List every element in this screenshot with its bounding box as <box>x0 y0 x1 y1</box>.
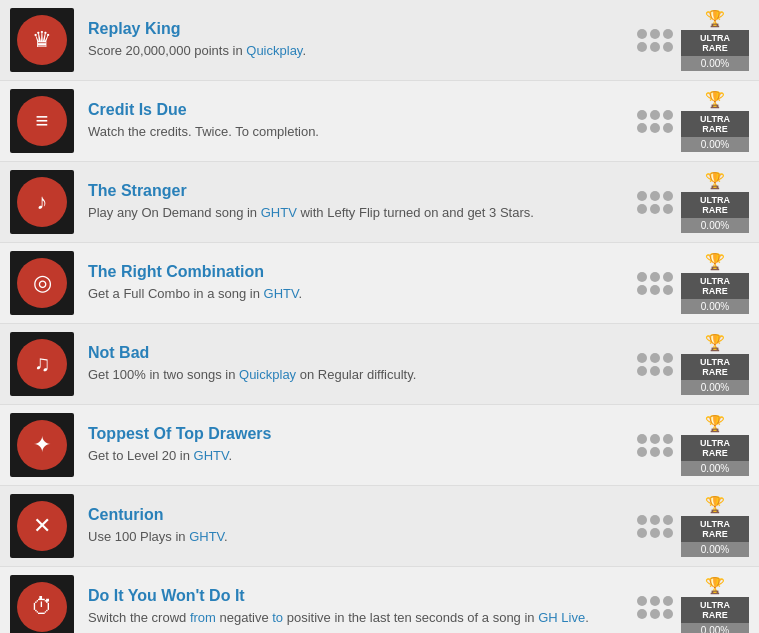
desc-text: Get 100% in two songs in <box>88 367 239 382</box>
dot <box>637 515 647 525</box>
dot <box>663 609 673 619</box>
dot <box>637 191 647 201</box>
achievement-info: Credit Is Due Watch the credits. Twice. … <box>88 101 627 141</box>
achievement-title: Credit Is Due <box>88 101 627 119</box>
desc-highlight: to <box>272 610 283 625</box>
dot <box>637 110 647 120</box>
achievement-desc: Get a Full Combo in a song in GHTV. <box>88 285 627 303</box>
dot <box>650 29 660 39</box>
trophy-icon: 🏆 <box>705 252 725 271</box>
dot <box>663 110 673 120</box>
achievement-list: ♛ Replay King Score 20,000,000 points in… <box>0 0 759 633</box>
dot <box>650 110 660 120</box>
achievement-title: The Right Combination <box>88 263 627 281</box>
desc-text: with Lefty Flip turned on and get 3 Star… <box>297 205 534 220</box>
dot <box>650 515 660 525</box>
dot <box>637 528 647 538</box>
desc-text: . <box>585 610 589 625</box>
dot <box>637 285 647 295</box>
dot <box>663 515 673 525</box>
achievement-item: ✦ Toppest Of Top Drawers Get to Level 20… <box>0 405 759 486</box>
desc-text: Get a Full Combo in a song in <box>88 286 264 301</box>
icon-symbol: ✕ <box>33 515 51 537</box>
desc-highlight: Quickplay <box>246 43 302 58</box>
dot <box>637 447 647 457</box>
dots-grid <box>637 191 673 214</box>
desc-text: Use 100 Plays in <box>88 529 189 544</box>
desc-text: positive in the last ten seconds of a so… <box>283 610 538 625</box>
desc-highlight: GH Live <box>538 610 585 625</box>
rarity-percent: 0.00% <box>681 542 749 557</box>
dots-grid <box>637 29 673 52</box>
dot <box>650 366 660 376</box>
rarity-badge: ULTRA RARE <box>681 516 749 542</box>
dot <box>650 204 660 214</box>
desc-highlight: GHTV <box>189 529 224 544</box>
rarity-badge: ULTRA RARE <box>681 597 749 623</box>
desc-text: . <box>224 529 228 544</box>
dot <box>637 123 647 133</box>
icon-symbol: ✦ <box>33 434 51 456</box>
dot <box>650 528 660 538</box>
dot <box>663 285 673 295</box>
dot <box>650 191 660 201</box>
icon-symbol: ♪ <box>37 191 48 213</box>
achievement-icon: ♪ <box>10 170 74 234</box>
achievement-item: ⏱ Do It You Won't Do It Switch the crowd… <box>0 567 759 633</box>
dot <box>637 366 647 376</box>
trophy-icon: 🏆 <box>705 495 725 514</box>
achievement-desc: Watch the credits. Twice. To completion. <box>88 123 627 141</box>
desc-text: Watch the credits. Twice. To completion. <box>88 124 319 139</box>
dot <box>650 447 660 457</box>
achievement-desc: Get to Level 20 in GHTV. <box>88 447 627 465</box>
dot <box>650 285 660 295</box>
achievement-title: Toppest Of Top Drawers <box>88 425 627 443</box>
rarity-block: 🏆 ULTRA RARE 0.00% <box>681 495 749 557</box>
dot <box>637 596 647 606</box>
trophy-icon: 🏆 <box>705 576 725 595</box>
dots-grid <box>637 353 673 376</box>
achievement-title: Centurion <box>88 506 627 524</box>
dot <box>637 42 647 52</box>
rarity-badge: ULTRA RARE <box>681 273 749 299</box>
dot <box>637 353 647 363</box>
desc-text: Switch the crowd <box>88 610 190 625</box>
achievement-right: 🏆 ULTRA RARE 0.00% <box>637 171 749 233</box>
dot <box>650 434 660 444</box>
trophy-icon: 🏆 <box>705 9 725 28</box>
dot <box>650 609 660 619</box>
rarity-badge: ULTRA RARE <box>681 111 749 137</box>
achievement-desc: Get 100% in two songs in Quickplay on Re… <box>88 366 627 384</box>
rarity-badge: ULTRA RARE <box>681 354 749 380</box>
rarity-percent: 0.00% <box>681 299 749 314</box>
rarity-block: 🏆 ULTRA RARE 0.00% <box>681 90 749 152</box>
desc-text: Play any On Demand song in <box>88 205 261 220</box>
rarity-badge: ULTRA RARE <box>681 435 749 461</box>
achievement-right: 🏆 ULTRA RARE 0.00% <box>637 90 749 152</box>
dot <box>650 272 660 282</box>
dot <box>650 353 660 363</box>
achievement-icon: ≡ <box>10 89 74 153</box>
achievement-icon: ✦ <box>10 413 74 477</box>
rarity-percent: 0.00% <box>681 380 749 395</box>
rarity-percent: 0.00% <box>681 56 749 71</box>
achievement-right: 🏆 ULTRA RARE 0.00% <box>637 333 749 395</box>
achievement-icon: ♛ <box>10 8 74 72</box>
achievement-info: The Right Combination Get a Full Combo i… <box>88 263 627 303</box>
achievement-item: ◎ The Right Combination Get a Full Combo… <box>0 243 759 324</box>
dots-grid <box>637 596 673 619</box>
achievement-desc: Use 100 Plays in GHTV. <box>88 528 627 546</box>
dots-grid <box>637 272 673 295</box>
desc-text: on Regular difficulty. <box>296 367 416 382</box>
achievement-right: 🏆 ULTRA RARE 0.00% <box>637 576 749 633</box>
desc-text: Score 20,000,000 points in <box>88 43 246 58</box>
dot <box>637 204 647 214</box>
icon-symbol: ≡ <box>36 110 49 132</box>
rarity-percent: 0.00% <box>681 218 749 233</box>
achievement-info: The Stranger Play any On Demand song in … <box>88 182 627 222</box>
achievement-item: ♪ The Stranger Play any On Demand song i… <box>0 162 759 243</box>
achievement-desc: Switch the crowd from negative to positi… <box>88 609 627 627</box>
dot <box>637 609 647 619</box>
achievement-info: Toppest Of Top Drawers Get to Level 20 i… <box>88 425 627 465</box>
achievement-icon: ♫ <box>10 332 74 396</box>
